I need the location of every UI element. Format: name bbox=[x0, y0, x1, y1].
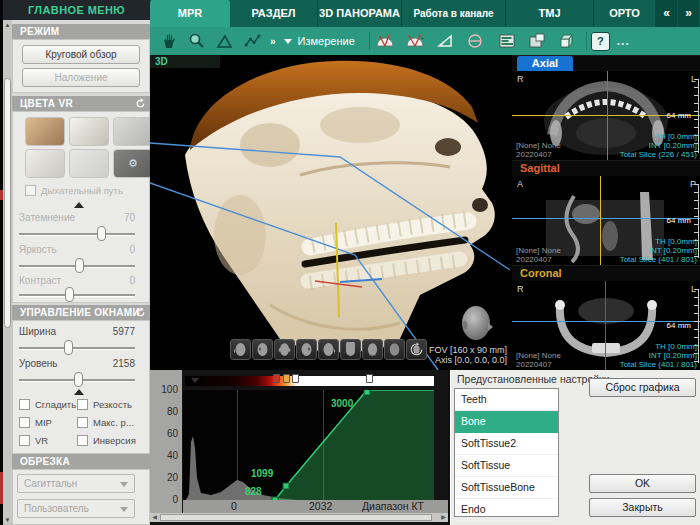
color-stop-white2[interactable] bbox=[366, 374, 373, 383]
tabs-next-button[interactable]: » bbox=[677, 0, 699, 27]
scroll-left-icon[interactable]: ◀ bbox=[150, 513, 159, 522]
coronal-image[interactable]: R L 64 mm [None] None 20220407 TH [0.0mm… bbox=[512, 281, 700, 371]
orient-bottom-icon[interactable] bbox=[340, 339, 361, 360]
axial-view[interactable]: Axial R L 64 mm [None] None 2022040 bbox=[512, 55, 700, 160]
preset-item-endo[interactable]: Endo bbox=[455, 499, 558, 521]
scrollbar-thumb[interactable] bbox=[4, 78, 11, 328]
collapse-arrow-icon[interactable] bbox=[74, 202, 84, 208]
histogram-levels-icon[interactable] bbox=[496, 30, 518, 52]
angle-tool-icon[interactable] bbox=[214, 30, 236, 52]
vr-preset-gray-skull[interactable] bbox=[113, 117, 153, 146]
preset-item-teeth[interactable]: Teeth bbox=[455, 389, 558, 411]
orient-top-icon[interactable] bbox=[384, 339, 405, 360]
vr-preset-colored-skull[interactable] bbox=[25, 117, 65, 146]
orientation-marker-left: R bbox=[517, 284, 524, 294]
vr-preset-faint-profile[interactable] bbox=[69, 149, 109, 178]
gradient-start-marker[interactable] bbox=[191, 378, 199, 383]
fov-axis-readout: FOV [160 x 90 mm] Axis [0.0, 0.0, 0.0] bbox=[429, 346, 507, 365]
darkening-slider[interactable] bbox=[19, 233, 135, 236]
collapse-arrow-icon[interactable] bbox=[74, 389, 84, 395]
circle-diameter-icon[interactable] bbox=[464, 30, 486, 52]
3d-cube-icon[interactable] bbox=[556, 30, 578, 52]
sidebar-scrollbar[interactable]: ▲ ▼ bbox=[3, 20, 12, 525]
preset-item-softtissue2[interactable]: SoftTissue2 bbox=[455, 433, 558, 455]
toolbar-overflow-button[interactable]: » bbox=[270, 36, 276, 47]
orient-rotate-icon[interactable] bbox=[406, 339, 427, 360]
zoom-magnifier-icon[interactable] bbox=[186, 30, 208, 52]
3d-viewport[interactable]: 3D FOV [160 x 90 mm] Axis [0.0, 0.0, 0.0… bbox=[150, 55, 510, 370]
color-stop-red[interactable] bbox=[273, 374, 280, 383]
orient-back-icon[interactable] bbox=[362, 339, 383, 360]
color-stop-orange[interactable] bbox=[283, 374, 290, 383]
vr-preset-soft-profile[interactable] bbox=[25, 149, 65, 178]
slider-value: 2158 bbox=[95, 358, 135, 369]
histogram-scrollbar[interactable]: ◀ ▶ bbox=[150, 513, 448, 522]
tab-tmj[interactable]: TMJ bbox=[506, 0, 594, 27]
sagittal-view[interactable]: Sagittal A P 64 mm [None] None 20220407 bbox=[512, 160, 700, 265]
color-stop-white[interactable] bbox=[292, 374, 299, 383]
scroll-up-icon[interactable]: ▲ bbox=[4, 22, 11, 28]
sagittal-image[interactable]: A P 64 mm [None] None 20220407 TH [0.0mm… bbox=[512, 176, 700, 266]
width-slider[interactable] bbox=[19, 347, 135, 350]
pan-hand-icon[interactable] bbox=[158, 30, 180, 52]
tab-root-canal[interactable]: Работа в канале зуба bbox=[402, 0, 506, 27]
refresh-icon[interactable] bbox=[135, 98, 146, 109]
protractor-angle4-icon[interactable]: + bbox=[404, 30, 426, 52]
preset-item-softtissuebone[interactable]: SoftTissueBone bbox=[455, 477, 558, 499]
scroll-right-icon[interactable]: ▶ bbox=[439, 513, 448, 522]
setsquare-measure-icon[interactable] bbox=[434, 30, 456, 52]
sagittal-title[interactable]: Sagittal bbox=[520, 162, 560, 174]
level-slider[interactable] bbox=[19, 379, 135, 382]
coronal-title[interactable]: Coronal bbox=[520, 267, 562, 279]
scroll-down-icon[interactable]: ▼ bbox=[4, 517, 11, 523]
tabs-prev-button[interactable]: « bbox=[656, 0, 677, 27]
vr-preset-custom-gear[interactable]: ⚙ bbox=[113, 149, 153, 178]
checkbox-max[interactable]: Макс. р... bbox=[77, 417, 134, 428]
overlay-button[interactable]: Наложение bbox=[22, 68, 140, 87]
presets-list[interactable]: Teeth Bone SoftTissue2 SoftTissue SoftTi… bbox=[454, 388, 559, 517]
tab-3d-panorama[interactable]: 3D ПАНОРАМА bbox=[318, 0, 402, 27]
contrast-slider[interactable] bbox=[19, 294, 135, 297]
scrollbar-thumb[interactable] bbox=[160, 514, 432, 521]
coronal-view[interactable]: Coronal R L 64 mm [None] None 20220407 bbox=[512, 265, 700, 370]
sagittal-header: Sagittal bbox=[512, 161, 700, 176]
color-gradient-bar[interactable] bbox=[184, 375, 435, 387]
close-button[interactable]: Закрыть bbox=[589, 498, 696, 517]
axial-title[interactable]: Axial bbox=[517, 56, 573, 71]
thickness-readout: TH [0.0mm] bbox=[655, 237, 697, 246]
orient-left-icon[interactable] bbox=[230, 339, 251, 360]
axial-image[interactable]: R L 64 mm [None] None 20220407 TH [0.0mm… bbox=[512, 71, 700, 161]
brightness-slider[interactable] bbox=[19, 265, 135, 268]
checkbox-mip[interactable]: MIP bbox=[19, 417, 52, 428]
checkbox-invert[interactable]: Инверсия bbox=[77, 435, 136, 446]
crop-plane-dropdown[interactable]: Сагиттальн bbox=[17, 474, 135, 493]
opacity-axis: 100 80 60 40 20 0 bbox=[150, 370, 182, 513]
reset-graph-button[interactable]: Сброс графика bbox=[589, 378, 696, 397]
vr-preset-bright-skull[interactable] bbox=[69, 117, 109, 146]
checkbox-smooth[interactable]: Сгладить bbox=[19, 399, 76, 410]
orient-right-oblique-icon[interactable] bbox=[296, 339, 317, 360]
polyline-measure-icon[interactable] bbox=[242, 30, 264, 52]
capture-icon[interactable] bbox=[526, 30, 548, 52]
ok-button[interactable]: OK bbox=[589, 474, 696, 493]
tab-mpr[interactable]: MPR bbox=[150, 0, 230, 27]
tab-ortho[interactable]: ОРТО bbox=[594, 0, 656, 27]
refresh-icon[interactable] bbox=[135, 307, 146, 318]
histogram-plot[interactable]: 828 1099 3000 bbox=[183, 390, 434, 500]
protractor-angle-icon[interactable] bbox=[374, 30, 396, 52]
chevron-down-icon bbox=[120, 507, 128, 512]
preset-item-softtissue[interactable]: SoftTissue bbox=[455, 455, 558, 477]
orient-right-icon[interactable] bbox=[318, 339, 339, 360]
more-button[interactable]: ... bbox=[617, 34, 630, 48]
help-button[interactable]: ? bbox=[591, 32, 610, 51]
tab-section[interactable]: РАЗДЕЛ bbox=[230, 0, 318, 27]
measure-dropdown[interactable]: Измерение bbox=[284, 35, 355, 47]
checkbox-vr[interactable]: VR bbox=[19, 435, 48, 446]
airway-checkbox[interactable] bbox=[25, 185, 36, 196]
checkbox-sharpen[interactable]: Резкость bbox=[77, 399, 132, 410]
circular-view-button[interactable]: Круговой обзор bbox=[22, 45, 140, 64]
orient-front-icon[interactable] bbox=[274, 339, 295, 360]
preset-item-bone[interactable]: Bone bbox=[455, 411, 558, 433]
crop-user-dropdown[interactable]: Пользователь bbox=[17, 499, 135, 518]
orient-left-oblique-icon[interactable] bbox=[252, 339, 273, 360]
